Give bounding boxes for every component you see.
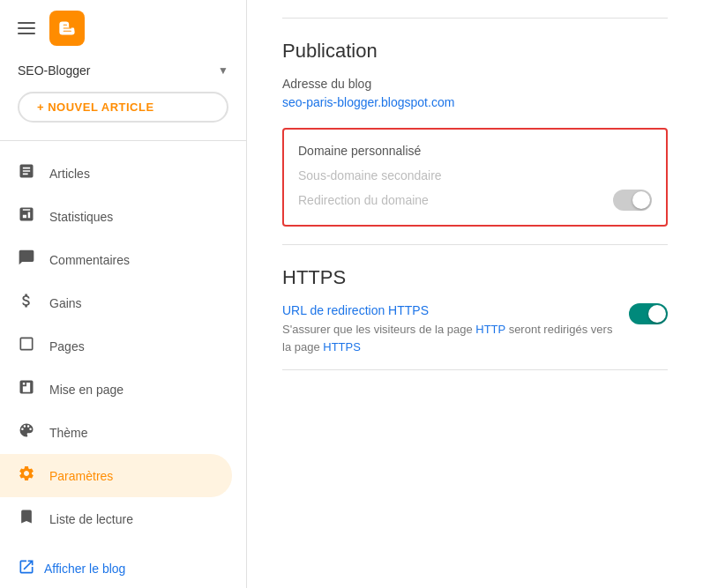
redirect-label: Redirection du domaine	[298, 193, 429, 207]
sidebar-item-theme[interactable]: Thème	[0, 411, 232, 454]
commentaires-label: Commentaires	[49, 253, 130, 267]
section-divider	[282, 244, 668, 245]
blog-address-label: Adresse du blog	[282, 77, 668, 91]
blog-address-group: Adresse du blog seo-paris-blogger.blogsp…	[282, 77, 668, 110]
https-row-text: URL de redirection HTTPS S'assurer que l…	[282, 303, 615, 355]
pages-label: Pages	[49, 339, 85, 354]
hamburger-icon[interactable]	[14, 19, 39, 38]
blog-selector[interactable]: SEO-Blogger ▼	[0, 56, 246, 88]
articles-icon	[18, 162, 35, 184]
mise-en-page-label: Mise en page	[49, 383, 123, 397]
sidebar-nav: Articles Statistiques Commentaires Gains…	[0, 145, 246, 547]
http-highlight: HTTP	[475, 323, 505, 336]
sidebar-item-gains[interactable]: Gains	[0, 281, 232, 324]
sidebar-item-pages[interactable]: Pages	[0, 324, 232, 368]
liste-de-lecture-icon	[18, 508, 35, 530]
sidebar-item-liste-de-lecture[interactable]: Liste de lecture	[0, 497, 232, 540]
liste-de-lecture-label: Liste de lecture	[49, 512, 133, 526]
statistiques-label: Statistiques	[49, 210, 113, 224]
top-divider	[282, 18, 668, 19]
statistiques-icon	[18, 205, 35, 227]
new-article-button[interactable]: + NOUVEL ARTICLE	[18, 92, 228, 123]
external-link-icon	[18, 558, 35, 578]
sidebar-item-parametres[interactable]: Paramètres	[0, 454, 232, 497]
main-content: Publication Adresse du blog seo-paris-bl…	[247, 0, 703, 588]
blogger-logo	[49, 11, 85, 46]
https-description: S'assurer que les visiteurs de la page H…	[282, 321, 615, 355]
subdomain-label: Sous-domaine secondaire	[298, 168, 652, 182]
https-title: HTTPS	[282, 266, 668, 289]
dropdown-arrow-icon: ▼	[218, 64, 228, 77]
redirect-domain-toggle[interactable]	[613, 190, 652, 211]
blog-address-value[interactable]: seo-paris-blogger.blogspot.com	[282, 95, 454, 109]
https-redirect-url-label[interactable]: URL de redirection HTTPS	[282, 303, 615, 317]
gains-label: Gains	[49, 296, 82, 310]
publication-section: Publication Adresse du blog seo-paris-bl…	[282, 40, 668, 227]
https-redirect-toggle[interactable]	[629, 303, 668, 324]
gains-icon	[18, 292, 35, 314]
blog-selector-name: SEO-Blogger	[18, 63, 90, 78]
redirect-row: Redirection du domaine	[298, 190, 652, 211]
https-highlight: HTTPS	[323, 340, 361, 354]
sidebar-divider	[0, 140, 246, 141]
parametres-label: Paramètres	[49, 469, 113, 483]
articles-label: Articles	[49, 167, 90, 181]
theme-label: Thème	[49, 426, 88, 440]
https-redirect-row: URL de redirection HTTPS S'assurer que l…	[282, 303, 668, 355]
view-blog-link[interactable]: Afficher le blog	[0, 547, 246, 588]
sidebar-header	[0, 0, 246, 56]
theme-icon	[18, 421, 35, 443]
custom-domain-box: Domaine personnalisé Sous-domaine second…	[282, 128, 668, 227]
sidebar-item-mise-en-page[interactable]: Mise en page	[0, 368, 232, 411]
pages-icon	[18, 335, 35, 357]
custom-domain-title: Domaine personnalisé	[298, 144, 652, 158]
sidebar-item-commentaires[interactable]: Commentaires	[0, 238, 232, 281]
sidebar-item-articles[interactable]: Articles	[0, 152, 232, 195]
sidebar: SEO-Blogger ▼ + NOUVEL ARTICLE Articles …	[0, 0, 247, 588]
parametres-icon	[18, 465, 35, 487]
commentaires-icon	[18, 249, 35, 271]
mise-en-page-icon	[18, 378, 35, 400]
https-section: HTTPS URL de redirection HTTPS S'assurer…	[282, 266, 668, 355]
sidebar-item-statistiques[interactable]: Statistiques	[0, 195, 232, 238]
https-bottom-divider	[282, 369, 668, 370]
https-desc-part1: S'assurer que les visiteurs de la page	[282, 323, 473, 336]
view-blog-label: Afficher le blog	[44, 562, 125, 576]
blogger-logo-icon	[56, 17, 79, 40]
publication-title: Publication	[282, 40, 668, 63]
